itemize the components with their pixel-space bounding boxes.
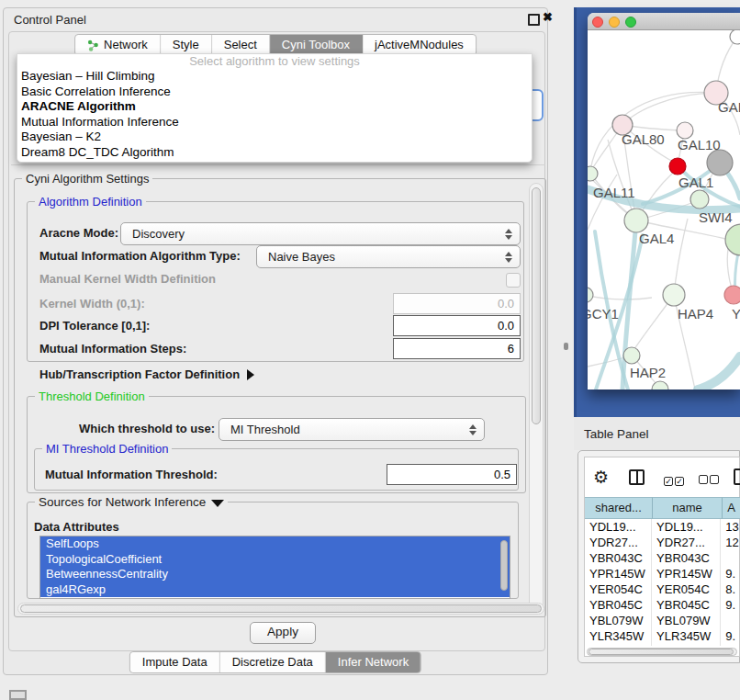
table-cell: 12 <box>721 535 739 550</box>
select-all-columns-icon[interactable]: ✓✓ <box>664 473 684 487</box>
table-cell: YPR145W <box>652 566 721 581</box>
tab-infer-network[interactable]: Infer Network <box>326 652 420 672</box>
table-cell: 9. <box>721 597 739 613</box>
algorithm-option-bayesian-k2[interactable]: Bayesian – K2 <box>17 130 532 145</box>
network-node-gal1[interactable] <box>690 190 709 209</box>
aracne-mode-combobox[interactable]: Discovery <box>120 222 521 245</box>
sources-title[interactable]: Sources for Network Inference <box>35 495 228 509</box>
table-row[interactable]: YIL052CYIL052C9 <box>585 644 739 646</box>
tab-cyni-toolbox[interactable]: Cyni Toolbox <box>270 35 363 55</box>
kernel-width-input[interactable] <box>393 293 521 314</box>
settings-hscrollbar-thumb[interactable] <box>20 604 542 613</box>
tab-jactivemnodules[interactable]: jActiveMNodules <box>363 35 476 55</box>
tab-label: Select <box>224 35 257 55</box>
algorithm-option-aracne-algorithm[interactable]: ARACNE Algorithm <box>17 99 532 115</box>
table-settings-gear-icon[interactable]: ⚙ <box>593 469 609 486</box>
panel-splitter-handle[interactable] <box>564 343 568 350</box>
which-threshold-combobox[interactable]: MI Threshold <box>219 418 485 441</box>
table-rows[interactable]: YDL19...YDL19...13YDR27...YDR27...12YBR0… <box>585 519 739 646</box>
table-horizontal-scrollbar[interactable] <box>587 648 737 656</box>
mi-algorithm-type-combobox[interactable]: Naive Bayes <box>256 245 521 268</box>
settings-vertical-scrollbar[interactable] <box>529 183 544 611</box>
tab-label: Discretize Data <box>232 652 313 672</box>
table-row[interactable]: YBR045CYBR045C9. <box>585 597 739 613</box>
table-hscrollbar-thumb[interactable] <box>589 649 734 655</box>
attribute-topologicalcoefficient[interactable]: TopologicalCoefficient <box>40 552 510 568</box>
algorithm-option-basic-correlation-inference[interactable]: Basic Correlation Inference <box>17 85 532 100</box>
algorithm-option-mutual-information-inference[interactable]: Mutual Information Inference <box>17 115 532 130</box>
table-cell: YBR045C <box>652 597 721 613</box>
tab-network[interactable]: Network <box>75 35 161 55</box>
mi-threshold-input[interactable] <box>387 464 517 485</box>
settings-scrollbar-thumb[interactable] <box>532 187 541 424</box>
tab-select[interactable]: Select <box>212 35 270 55</box>
network-graph-canvas[interactable]: GALGAL80GAL10GAL11GAL1SWI4GAL4GCY1HAP4YH… <box>588 30 740 390</box>
export-table-icon[interactable] <box>734 469 740 485</box>
network-node-gal11[interactable] <box>588 166 598 181</box>
attribute-betweennesscentrality[interactable]: BetweennessCentrality <box>40 567 510 582</box>
node-label-y: Y <box>732 306 740 322</box>
deselect-all-columns-icon[interactable] <box>699 473 719 487</box>
table-row[interactable]: YBL079WYBL079W <box>585 613 739 628</box>
tab-impute-data[interactable]: Impute Data <box>130 652 220 672</box>
dpi-tolerance-input[interactable] <box>393 315 521 336</box>
table-cell: YBR043C <box>585 550 652 566</box>
expanded-arrow-icon <box>211 500 224 507</box>
network-edge[interactable] <box>588 295 652 299</box>
node-label-hap4: HAP4 <box>678 306 713 322</box>
apply-button[interactable]: Apply <box>250 622 316 644</box>
minimize-traffic-light-icon[interactable] <box>609 17 620 28</box>
network-window-titlebar[interactable] <box>588 13 740 30</box>
network-edge-highlighted[interactable] <box>698 356 740 390</box>
network-node[interactable] <box>707 150 733 175</box>
close-window-icon[interactable]: ✖ <box>543 10 553 24</box>
manual-kernel-checkbox[interactable] <box>506 273 521 288</box>
table-row[interactable]: YDR27...YDR27...12 <box>585 535 739 550</box>
zoom-traffic-light-icon[interactable] <box>625 17 636 28</box>
tab-label: Cyni Toolbox <box>282 35 350 55</box>
node-label-swi4: SWI4 <box>699 209 733 225</box>
settings-horizontal-scrollbar[interactable] <box>17 603 544 615</box>
algorithm-option-bayesian-hill-climbing[interactable]: Bayesian – Hill Climbing <box>17 69 532 85</box>
table-row[interactable]: YBR043CYBR043C <box>585 550 739 566</box>
mi-steps-input[interactable] <box>393 338 521 359</box>
split-columns-icon[interactable] <box>629 469 645 485</box>
mi-type-value: Naive Bayes <box>268 250 335 264</box>
table-row[interactable]: YER054CYER054C8. <box>585 581 739 597</box>
table-cell: YBR045C <box>585 597 652 613</box>
algorithm-option-dream8-dc-tdc-algorithm[interactable]: Dream8 DC_TDC Algorithm <box>17 145 532 161</box>
tab-discretize-data[interactable]: Discretize Data <box>220 652 326 672</box>
network-node-hap2[interactable] <box>623 347 640 364</box>
network-node-gal4[interactable] <box>624 209 648 232</box>
network-node[interactable] <box>730 30 740 44</box>
table-row[interactable]: YPR145WYPR145W9. <box>585 566 739 581</box>
column-header-shared[interactable]: shared... <box>585 497 653 519</box>
column-header-name[interactable]: name <box>653 497 723 519</box>
column-header-a[interactable]: A <box>723 497 740 519</box>
stepper-icon <box>505 252 512 263</box>
table-row[interactable]: YDL19...YDL19...13 <box>585 519 739 535</box>
network-node-hap4[interactable] <box>663 284 685 306</box>
minimized-panel-icon[interactable] <box>9 690 27 700</box>
network-node-gal10[interactable] <box>669 158 686 175</box>
data-attributes-list[interactable]: SelfLoopsTopologicalCoefficientBetweenne… <box>39 536 510 599</box>
node-label-gal10: GAL10 <box>678 137 721 152</box>
float-window-icon[interactable] <box>528 14 540 26</box>
attribute-list-scrollbar-thumb[interactable] <box>500 540 508 591</box>
attribute-gal4rgexp[interactable]: gal4RGexp <box>40 582 510 598</box>
network-node-y[interactable] <box>724 286 740 304</box>
mi-steps-label: Mutual Information Steps: <box>39 342 186 356</box>
close-traffic-light-icon[interactable] <box>592 17 603 28</box>
table-cell <box>721 550 739 566</box>
attribute-selfloops[interactable]: SelfLoops <box>40 536 510 552</box>
network-edge[interactable] <box>588 175 617 230</box>
network-edge[interactable] <box>622 93 716 125</box>
network-view-window[interactable]: GALGAL80GAL10GAL11GAL1SWI4GAL4GCY1HAP4YH… <box>588 13 740 390</box>
network-node-gcy1[interactable] <box>588 288 593 302</box>
network-node[interactable] <box>652 381 668 390</box>
hub-definition-toggle[interactable]: Hub/Transcription Factor Definition <box>39 367 254 381</box>
tab-style[interactable]: Style <box>161 35 212 55</box>
table-row[interactable]: YLR345WYLR345W9. <box>585 628 739 644</box>
table-cell: 13 <box>721 519 739 535</box>
node-label-hap2: HAP2 <box>630 365 666 380</box>
